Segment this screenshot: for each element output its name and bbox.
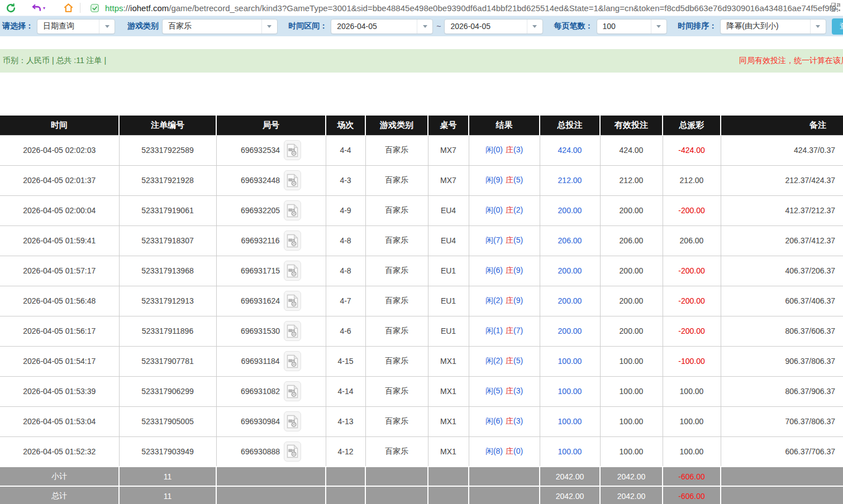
home-icon[interactable]: [62, 2, 74, 14]
toolbar-divider: [80, 3, 80, 13]
video-replay-icon[interactable]: [284, 321, 301, 341]
total-bet-link[interactable]: 100.00: [540, 406, 600, 436]
round-cell: 696931530: [216, 316, 326, 346]
banker-points: (7): [513, 326, 523, 335]
banker-result: 庄: [506, 416, 513, 425]
game-type-label: 游戏类别: [127, 21, 159, 31]
valid-bet: 212.00: [600, 165, 663, 195]
subtotal-row: 小计 11 2042.00 2042.00 -606.00: [0, 467, 843, 486]
table-row: 2026-04-05 02:01:37 523317921928 6969324…: [0, 165, 843, 195]
bet-number: 523317922589: [119, 135, 216, 165]
total-bet-link[interactable]: 206.00: [540, 225, 600, 256]
summary-info-bar: 币别：人民币 | 总共 :11 注单 | 同局有效投注，统一计算在该局: [0, 49, 843, 73]
header-payout: 总派彩: [663, 116, 721, 135]
url-text[interactable]: https://iohetf.com/game/betrecord_search…: [105, 3, 836, 13]
date-to-select[interactable]: 2026-04-05: [444, 19, 542, 34]
video-replay-icon[interactable]: [284, 291, 301, 311]
table-number: MX1: [428, 346, 469, 376]
payout: -200.00: [663, 316, 721, 346]
search-button[interactable]: 查询: [832, 18, 843, 35]
total-bet-link[interactable]: 424.00: [540, 135, 600, 165]
table-row: 2026-04-05 01:59:41 523317918307 6969321…: [0, 225, 843, 256]
round-cell: 696932448: [216, 165, 326, 195]
round-cell: 696931082: [216, 376, 326, 406]
video-replay-icon[interactable]: [284, 351, 301, 371]
total-bet-link[interactable]: 200.00: [540, 316, 600, 346]
total-bet-link[interactable]: 200.00: [540, 286, 600, 316]
banker-points: (9): [513, 266, 523, 275]
game-type: 百家乐: [365, 406, 428, 436]
bet-time: 2026-04-05 01:56:17: [0, 316, 119, 346]
page-size-select[interactable]: 100: [597, 19, 667, 34]
address-bar[interactable]: https://iohetf.com/game/betrecord_search…: [88, 2, 843, 14]
date-from-select[interactable]: 2026-04-05: [331, 19, 433, 34]
chevron-down-icon: [417, 20, 432, 33]
game-type: 百家乐: [365, 346, 428, 376]
note: 806.37/906.37: [721, 376, 843, 406]
video-replay-icon[interactable]: [284, 441, 301, 462]
page-size-label: 每页笔数：: [554, 21, 593, 31]
round-number: 696930888: [241, 447, 280, 456]
filter-bar: 请选择： 日期查询 游戏类别 百家乐 时间区间： 2026-04-05 ~ 20…: [0, 16, 843, 36]
query-mode-select[interactable]: 日期查询: [37, 19, 115, 34]
total-bet-link[interactable]: 100.00: [540, 346, 600, 376]
total-bet-link[interactable]: 100.00: [540, 376, 600, 406]
valid-bet: 200.00: [600, 195, 663, 225]
tilde-separator: ~: [436, 22, 441, 31]
sort-order-select[interactable]: 降幂(由大到小): [720, 19, 826, 34]
payout: 100.00: [663, 406, 721, 436]
total-bet-link[interactable]: 200.00: [540, 195, 600, 225]
valid-bet: 100.00: [600, 376, 663, 406]
header-note: 备注: [721, 116, 843, 135]
total-bet-link[interactable]: 212.00: [540, 165, 600, 195]
chevron-down-icon: [527, 20, 542, 33]
table-number: MX7: [428, 135, 469, 165]
table-number: EU1: [428, 256, 469, 286]
player-result: 闲(0): [485, 205, 503, 214]
video-replay-icon[interactable]: [284, 200, 301, 220]
video-replay-icon[interactable]: [284, 231, 301, 251]
table-row: 2026-04-05 01:56:48 523317912913 6969316…: [0, 286, 843, 316]
game-type-select[interactable]: 百家乐: [162, 19, 278, 34]
banker-points: (3): [513, 416, 523, 425]
refresh-icon[interactable]: [4, 2, 17, 14]
session-number: 4-7: [326, 286, 365, 316]
player-result: 闲(6): [485, 266, 503, 275]
video-replay-icon[interactable]: [284, 170, 301, 190]
table-row: 2026-04-05 01:56:17 523317911896 6969315…: [0, 316, 843, 346]
game-type: 百家乐: [365, 316, 428, 346]
player-result: 闲(1): [485, 326, 503, 335]
security-shield-icon[interactable]: [88, 2, 101, 14]
banker-result: 庄: [506, 145, 513, 154]
banker-points: (3): [513, 386, 523, 395]
video-replay-icon[interactable]: [284, 411, 301, 431]
total-bet-link[interactable]: 200.00: [540, 256, 600, 286]
undo-dropdown-caret[interactable]: ▾: [43, 6, 45, 11]
round-cell: 696932534: [216, 135, 326, 165]
round-number: 696932534: [241, 146, 280, 155]
valid-bet: 200.00: [600, 316, 663, 346]
bet-time: 2026-04-05 02:02:03: [0, 135, 119, 165]
session-number: 4-15: [326, 346, 365, 376]
bet-time: 2026-04-05 02:00:04: [0, 195, 119, 225]
table-number: EU1: [428, 286, 469, 316]
valid-bet: 100.00: [600, 346, 663, 376]
banker-result: 庄: [506, 447, 513, 455]
total-bet-link[interactable]: 100.00: [540, 436, 600, 467]
video-replay-icon[interactable]: [284, 261, 301, 281]
header-valid-bet: 有效投注: [600, 116, 663, 135]
note: 906.37/806.37: [721, 346, 843, 376]
table-number: MX1: [428, 406, 469, 436]
table-number: MX1: [428, 376, 469, 406]
game-type: 百家乐: [365, 376, 428, 406]
result-cell: 闲(5)庄(3): [469, 376, 540, 406]
table-number: MX1: [428, 436, 469, 467]
total-label: 总计: [0, 486, 119, 504]
player-result: 闲(8): [485, 447, 503, 455]
video-replay-icon[interactable]: [284, 140, 301, 160]
game-type: 百家乐: [365, 436, 428, 467]
undo-icon[interactable]: [30, 2, 42, 14]
video-replay-icon[interactable]: [284, 381, 301, 401]
round-number: 696931082: [241, 387, 280, 396]
qr-code-icon[interactable]: [831, 3, 841, 12]
